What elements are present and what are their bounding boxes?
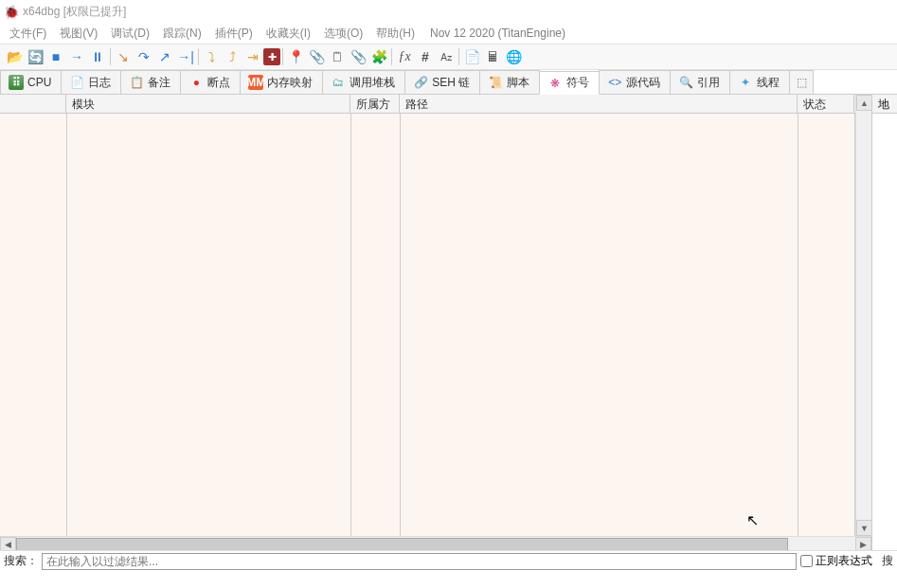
searchbar: 搜索： 正则表达式 搜 — [0, 550, 897, 571]
open-button[interactable]: 📂 — [4, 46, 25, 67]
run-button[interactable]: → — [66, 46, 87, 67]
breakpoint-icon: ● — [188, 75, 204, 90]
tab-memmap[interactable]: MM内存映射 — [240, 70, 323, 94]
col-empty[interactable] — [0, 95, 66, 113]
tabbar: ⠿CPU 📄日志 📋备注 ●断点 MM内存映射 🗂调用堆栈 🔗SEH 链 📜脚本… — [0, 70, 897, 95]
run-to-button[interactable]: →| — [175, 46, 196, 67]
tab-handles[interactable]: ⬚ — [789, 70, 814, 94]
toolbar: 📂 🔄 ■ → ⏸ ↘ ↷ ↗ →| ⤵ ⤴ ⇥ ✚ 📍 📎 🗒 📎 🧩 ƒx … — [0, 44, 897, 70]
col-path[interactable]: 路径 — [400, 95, 798, 113]
source-icon: <> — [607, 75, 622, 90]
toolbar-sep — [282, 48, 283, 65]
tab-script[interactable]: 📜脚本 — [479, 70, 540, 94]
restart-button[interactable]: 🔄 — [25, 46, 45, 67]
regex-checkbox-input[interactable] — [800, 555, 813, 567]
main-area: 模块 所属方 路径 状态 ▲ ▼ ◀ ▶ 地 — [0, 95, 897, 552]
tab-notes[interactable]: 📋备注 — [120, 70, 181, 94]
pause-button[interactable]: ⏸ — [87, 46, 108, 67]
tb-a4[interactable]: 📎 — [348, 46, 368, 67]
tab-references[interactable]: 🔍引用 — [670, 70, 730, 94]
right-pane: 地 — [871, 95, 897, 552]
scroll-up-icon[interactable]: ▲ — [856, 95, 872, 111]
handles-icon: ⬚ — [794, 75, 809, 90]
menu-view[interactable]: 视图(V) — [54, 24, 103, 44]
menu-file[interactable]: 文件(F) — [4, 24, 52, 44]
patches-button[interactable]: ✚ — [263, 48, 280, 65]
cpu-icon: ⠿ — [9, 75, 24, 90]
vscrollbar[interactable]: ▲ ▼ — [855, 95, 871, 536]
trace-into-button[interactable]: ⤵ — [201, 46, 222, 67]
tab-log[interactable]: 📄日志 — [61, 70, 121, 94]
toolbar-sep — [458, 48, 459, 65]
search-input[interactable] — [42, 553, 797, 570]
menu-help[interactable]: 帮助(H) — [370, 24, 421, 44]
tb-b2[interactable]: 🖩 — [482, 46, 503, 67]
log-icon: 📄 — [69, 75, 84, 90]
app-icon: 🐞 — [4, 5, 19, 19]
toolbar-sep — [110, 48, 111, 65]
menu-options[interactable]: 选项(O) — [318, 24, 368, 44]
script-icon: 📜 — [488, 75, 503, 90]
tab-callstack[interactable]: 🗂调用堆栈 — [322, 70, 405, 94]
grid-header: 模块 所属方 路径 状态 — [0, 95, 871, 114]
tb-a3[interactable]: 🗒 — [327, 46, 348, 67]
hash-button[interactable]: # — [415, 46, 436, 67]
tab-breakpoints[interactable]: ●断点 — [180, 70, 241, 94]
menu-plugins[interactable]: 插件(P) — [209, 24, 259, 44]
step-over-button[interactable]: ↷ — [134, 46, 154, 67]
seh-icon: 🔗 — [413, 75, 428, 90]
memmap-icon: MM — [248, 75, 263, 90]
col-state[interactable]: 状态 — [798, 95, 854, 113]
modules-pane: 模块 所属方 路径 状态 ▲ ▼ ◀ ▶ — [0, 95, 871, 552]
stop-button[interactable]: ■ — [45, 46, 66, 67]
right-search-label: 搜 — [882, 553, 893, 569]
search-label: 搜索： — [4, 553, 38, 569]
tb-a2[interactable]: 📎 — [306, 46, 327, 67]
menu-debug[interactable]: 调试(D) — [105, 24, 155, 44]
exec-till-button[interactable]: ⇥ — [242, 46, 263, 67]
tb-a1[interactable]: 📍 — [285, 46, 306, 67]
titlebar: 🐞 x64dbg [权限已提升] — [0, 0, 897, 23]
grid-body[interactable] — [0, 114, 871, 536]
scroll-thumb[interactable] — [16, 538, 788, 551]
menubar: 文件(F) 视图(V) 调试(D) 跟踪(N) 插件(P) 收藏夹(I) 选项(… — [0, 23, 897, 44]
notes-icon: 📋 — [129, 75, 144, 90]
tab-seh[interactable]: 🔗SEH 链 — [404, 70, 480, 94]
scroll-track[interactable] — [856, 111, 871, 520]
tab-threads[interactable]: ✦线程 — [729, 70, 790, 94]
tab-source[interactable]: <>源代码 — [599, 70, 671, 94]
tb-a5[interactable]: 🧩 — [368, 46, 389, 67]
step-out-button[interactable]: ↗ — [154, 46, 175, 67]
scroll-down-icon[interactable]: ▼ — [856, 520, 872, 536]
tb-b3[interactable]: 🌐 — [503, 46, 524, 67]
right-col-addr[interactable]: 地 — [872, 95, 897, 114]
window-title: x64dbg [权限已提升] — [23, 4, 126, 20]
trace-over-button[interactable]: ⤴ — [222, 46, 242, 67]
az-button[interactable]: Aᴢ — [436, 46, 457, 67]
toolbar-sep — [198, 48, 199, 65]
symbols-icon: ❋ — [547, 76, 563, 91]
toolbar-sep — [391, 48, 392, 65]
tab-symbols[interactable]: ❋符号 — [539, 71, 600, 95]
tab-cpu[interactable]: ⠿CPU — [0, 70, 62, 94]
step-into-button[interactable]: ↘ — [113, 46, 134, 67]
menu-trace[interactable]: 跟踪(N) — [157, 24, 207, 44]
fx-button[interactable]: ƒx — [394, 46, 415, 67]
threads-icon: ✦ — [738, 75, 753, 90]
tb-b1[interactable]: 📄 — [461, 46, 482, 67]
regex-label: 正则表达式 — [816, 553, 872, 569]
references-icon: 🔍 — [678, 75, 693, 90]
menu-favorites[interactable]: 收藏夹(I) — [260, 24, 316, 44]
regex-checkbox[interactable]: 正则表达式 — [800, 553, 872, 569]
col-party[interactable]: 所属方 — [350, 95, 400, 113]
col-module[interactable]: 模块 — [66, 95, 350, 113]
callstack-icon: 🗂 — [331, 75, 346, 90]
build-info: Nov 12 2020 (TitanEngine) — [430, 27, 565, 40]
